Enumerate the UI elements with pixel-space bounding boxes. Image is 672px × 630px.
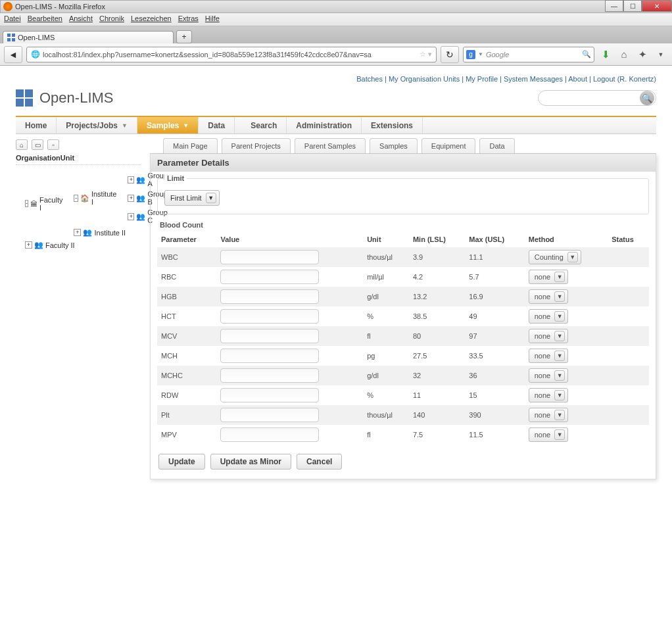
nav-home[interactable]: Home <box>16 117 57 133</box>
nav-samples[interactable]: Samples▼ <box>137 117 199 133</box>
menu-datei[interactable]: Datei <box>4 14 21 22</box>
value-input[interactable] <box>220 289 319 304</box>
toplink[interactable]: System Messages <box>504 75 563 83</box>
value-input[interactable] <box>220 427 319 442</box>
tree-expander[interactable]: + <box>128 213 134 220</box>
close-button[interactable]: ✕ <box>642 0 672 12</box>
url-bar[interactable]: 🌐 localhost:81/index.php?username=konert… <box>26 47 437 62</box>
sidebar-list-icon[interactable]: ▭ <box>32 139 43 150</box>
nav-projectsjobs[interactable]: Projects/Jobs▼ <box>57 117 137 133</box>
toplink[interactable]: My Profile <box>466 75 498 83</box>
home-icon[interactable]: ⌂ <box>617 49 631 60</box>
sidebar-doc-icon[interactable]: ▫ <box>47 139 59 150</box>
nav-extensions[interactable]: Extensions <box>362 117 423 133</box>
status-cell <box>608 425 649 445</box>
subtab-main page[interactable]: Main Page <box>163 138 218 153</box>
min-cell: 32 <box>409 366 465 385</box>
method-dropdown[interactable]: none▼ <box>529 368 568 383</box>
value-input[interactable] <box>220 408 319 422</box>
tree-expander[interactable]: - <box>25 200 28 207</box>
addon-icon[interactable]: ✦ <box>635 49 650 61</box>
subtab-data[interactable]: Data <box>479 138 514 153</box>
node-icon: 👥 <box>34 241 43 249</box>
table-row: MCHC g/dl 32 36 none▼ <box>157 366 649 385</box>
tree-node[interactable]: +👥 Faculty II <box>25 239 141 251</box>
sidebar-home-icon[interactable]: ⌂ <box>16 139 28 150</box>
method-dropdown[interactable]: none▼ <box>529 270 568 284</box>
toplink[interactable]: About <box>568 75 587 83</box>
method-dropdown[interactable]: Counting▼ <box>529 250 581 264</box>
method-dropdown[interactable]: none▼ <box>529 329 568 343</box>
download-icon[interactable]: ⬇ <box>598 49 613 61</box>
subtab-samples[interactable]: Samples <box>370 138 418 153</box>
subtab-equipment[interactable]: Equipment <box>421 138 476 153</box>
toplink[interactable]: Batches <box>356 75 383 83</box>
app-search-input[interactable]: 🔍 <box>538 90 656 106</box>
tree-expander[interactable]: + <box>25 241 32 249</box>
browser-search[interactable]: g ▼ Google 🔍 <box>463 47 594 62</box>
value-input[interactable] <box>220 388 319 402</box>
tree-expander[interactable]: + <box>74 229 81 236</box>
value-input[interactable] <box>220 250 319 264</box>
menu-extras[interactable]: Extras <box>178 14 199 22</box>
nav-search[interactable]: Search <box>241 117 287 133</box>
subtab-parent projects[interactable]: Parent Projects <box>222 138 291 153</box>
panel: Parameter Details Limit First Limit ▼ Bl… <box>150 154 656 479</box>
refresh-button[interactable]: ↻ <box>441 46 459 63</box>
tree-expander[interactable]: + <box>128 176 134 183</box>
method-dropdown[interactable]: none▼ <box>529 427 568 442</box>
update-minor-button[interactable]: Update as Minor <box>210 454 291 470</box>
col-header: Status <box>608 231 649 247</box>
menu-hilfe[interactable]: Hilfe <box>205 14 220 22</box>
method-dropdown[interactable]: none▼ <box>529 289 568 304</box>
chevron-down-icon[interactable]: ▼ <box>122 122 128 129</box>
app-search-icon[interactable]: 🔍 <box>640 91 654 105</box>
node-icon: 👥 <box>136 176 145 184</box>
limit-dropdown[interactable]: First Limit ▼ <box>164 190 220 206</box>
tree-expander[interactable]: - <box>74 195 78 202</box>
status-cell <box>608 385 649 405</box>
menu-lesezeichen[interactable]: Lesezeichen <box>131 14 172 22</box>
subtab-parent samples[interactable]: Parent Samples <box>295 138 366 153</box>
svg-rect-1 <box>12 34 15 37</box>
menu-ansicht[interactable]: Ansicht <box>69 14 93 22</box>
chevron-down-icon: ▼ <box>554 390 565 400</box>
value-input[interactable] <box>220 270 319 284</box>
browser-tab[interactable]: Open-LIMS <box>3 31 174 43</box>
menu-chronik[interactable]: Chronik <box>99 14 124 22</box>
method-dropdown[interactable]: none▼ <box>529 309 568 324</box>
toplink[interactable]: Logout (R. Konertz) <box>593 75 656 83</box>
update-button[interactable]: Update <box>158 454 205 470</box>
value-input[interactable] <box>220 309 319 324</box>
navbar-chevron-icon[interactable]: ▼ <box>654 51 668 58</box>
maximize-button[interactable]: ☐ <box>623 0 642 12</box>
max-cell: 16.9 <box>465 287 524 306</box>
method-dropdown[interactable]: none▼ <box>529 388 568 402</box>
status-cell <box>608 287 649 306</box>
search-icon[interactable]: 🔍 <box>582 50 591 59</box>
param-cell: WBC <box>157 247 216 267</box>
toplink[interactable]: My Organisation Units <box>389 75 460 83</box>
menu-bearbeiten[interactable]: Bearbeiten <box>28 14 62 22</box>
value-input[interactable] <box>220 368 319 383</box>
new-tab-button[interactable]: + <box>176 30 192 43</box>
tree-node[interactable]: -🏛 Faculty I-🏠 Institute I+👥 Group A+👥 G… <box>25 168 141 239</box>
value-input[interactable] <box>220 329 319 343</box>
tree-expander[interactable]: + <box>128 195 134 202</box>
col-header: Parameter <box>157 231 216 247</box>
method-dropdown[interactable]: none▼ <box>529 349 568 363</box>
unit-cell: pg <box>363 346 409 366</box>
chevron-down-icon[interactable]: ▼ <box>183 122 189 129</box>
value-input[interactable] <box>220 349 319 363</box>
svg-rect-3 <box>12 38 15 41</box>
method-dropdown[interactable]: none▼ <box>529 408 568 422</box>
nav-administration[interactable]: Administration <box>287 117 362 133</box>
minimize-button[interactable]: — <box>605 0 623 12</box>
back-button[interactable]: ◄ <box>4 46 22 63</box>
unit-cell: fl <box>363 326 409 346</box>
search-engine-chevron-icon[interactable]: ▼ <box>478 51 483 57</box>
nav-data[interactable]: Data <box>199 117 235 133</box>
cancel-button[interactable]: Cancel <box>297 454 342 470</box>
bookmark-star-icon[interactable]: ☆ ▾ <box>420 50 432 59</box>
method-value: none <box>535 273 550 281</box>
